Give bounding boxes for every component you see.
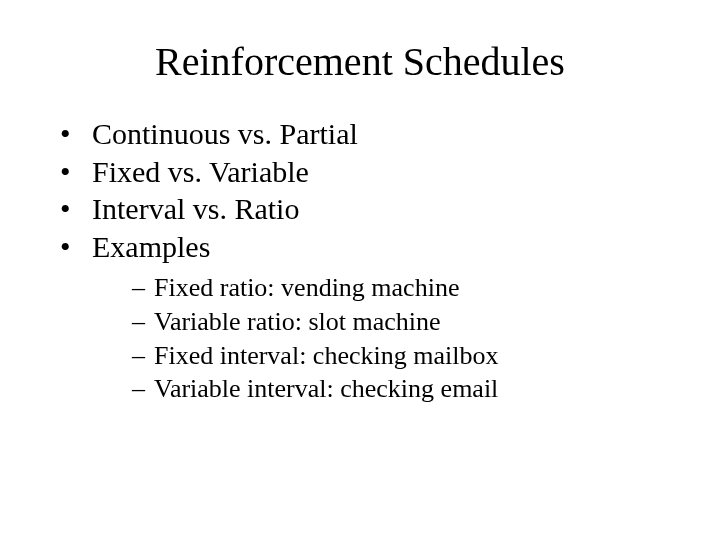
- list-item: Fixed vs. Variable: [60, 153, 720, 191]
- list-item: Continuous vs. Partial: [60, 115, 720, 153]
- list-item: Variable interval: checking email: [132, 372, 720, 406]
- slide: Reinforcement Schedules Continuous vs. P…: [0, 0, 720, 540]
- bullet-list: Continuous vs. Partial Fixed vs. Variabl…: [60, 115, 720, 406]
- list-item: Interval vs. Ratio: [60, 190, 720, 228]
- list-item-text: Fixed ratio: vending machine: [154, 273, 459, 302]
- list-item-text: Fixed vs. Variable: [92, 155, 309, 188]
- list-item-text: Interval vs. Ratio: [92, 192, 299, 225]
- list-item-text: Continuous vs. Partial: [92, 117, 358, 150]
- list-item: Examples Fixed ratio: vending machine Va…: [60, 228, 720, 407]
- list-item-text: Fixed interval: checking mailbox: [154, 341, 498, 370]
- list-item: Fixed ratio: vending machine: [132, 271, 720, 305]
- list-item: Variable ratio: slot machine: [132, 305, 720, 339]
- slide-title: Reinforcement Schedules: [0, 0, 720, 115]
- sub-bullet-list: Fixed ratio: vending machine Variable ra…: [92, 271, 720, 406]
- list-item-text: Examples: [92, 230, 210, 263]
- list-item-text: Variable interval: checking email: [154, 374, 498, 403]
- list-item-text: Variable ratio: slot machine: [154, 307, 441, 336]
- list-item: Fixed interval: checking mailbox: [132, 339, 720, 373]
- slide-body: Continuous vs. Partial Fixed vs. Variabl…: [0, 115, 720, 406]
